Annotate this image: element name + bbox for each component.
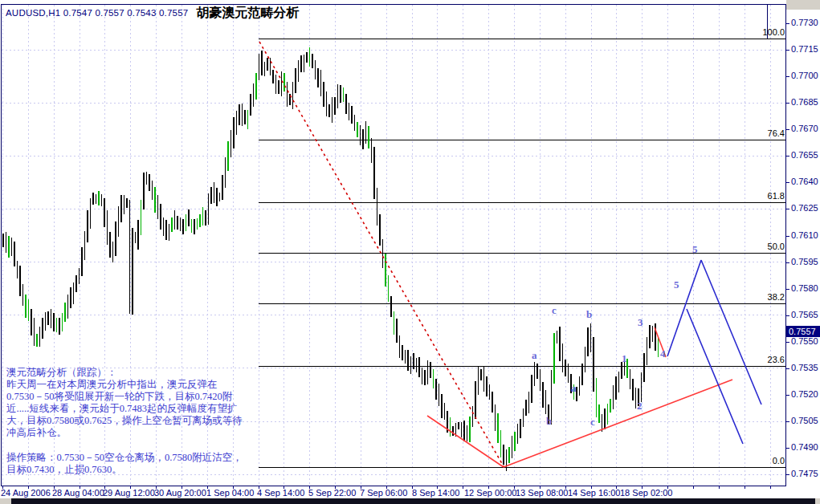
projection-down-blue-2 [701,260,761,404]
axis-corner-spacer [786,0,820,10]
price-axis-label: 0.7610 [791,230,818,240]
uptrend-red [504,380,732,467]
time-axis-label: 30 Aug 20:00 [154,488,206,498]
price-axis-label: 0.7655 [791,150,818,160]
time-axis-label: 8 Sep 14:00 [412,488,459,498]
price-axis-label: 0.7505 [791,416,818,425]
time-axis-label: 5 Sep 22:00 [308,488,356,498]
fib-level-label: 76.4 [0,128,785,138]
fib-level-label: 0.0 [0,456,785,465]
time-axis-label: 28 Aug 04:00 [52,488,104,498]
fib-level-label: 61.8 [0,191,785,201]
wave-label-c: c [590,416,595,429]
wave-label-5: 5 [692,243,698,256]
price-axis-label: 0.7565 [791,310,818,319]
price-axis-label: 0.7535 [791,363,818,372]
projection-down-blue-1 [687,309,743,444]
time-axis-label: 7 Sep 06:00 [360,488,407,498]
price-axis-label: 0.7670 [791,124,818,133]
wave-label-a: a [532,349,537,362]
price-axis-label: 0.7640 [791,177,818,186]
wave-label-3: 3 [638,316,643,329]
price-axis-label: 0.7625 [791,203,818,213]
chart-title: 胡豪澳元范畴分析 [196,5,299,22]
current-price-badge: 0.7557 [786,326,820,337]
wave-label-a: a [571,382,577,395]
time-axis-label: 24 Aug 2006 [1,488,51,498]
price-axis-label: 0.7520 [791,389,818,399]
time-axis-label: 14 Sep 16:00 [568,488,620,498]
time-axis-label: 13 Sep 08:00 [516,488,568,498]
price-axis-label: 0.7595 [791,257,818,266]
horizontal-scrollbar-thumb[interactable] [11,498,815,504]
symbol-ohlc-readout: AUDUSD,H1 0.7547 0.7557 0.7543 0.7557 [6,5,188,18]
price-axis-label: 0.7580 [791,283,818,293]
time-axis-label: 12 Sep 00:00 [464,488,516,498]
time-axis-label: 4 Sep 14:00 [257,488,304,498]
wave-label-4: 4 [660,348,666,360]
price-axis-label: 0.7550 [791,336,818,346]
price-axis-label: 0.7715 [791,44,818,54]
price-axis-label: 0.7475 [791,469,818,478]
fib-level-label: 100.0 [0,27,785,37]
fib-level-label: 50.0 [0,242,785,251]
chart-window: AUDUSD,H1 0.7547 0.7557 0.7543 0.7557 胡豪… [0,0,820,504]
price-axis-label: 0.7685 [791,97,818,107]
wave-label-1: 1 [622,352,627,365]
fib-level-label: 38.2 [0,292,785,302]
chart-header: AUDUSD,H1 0.7547 0.7557 0.7543 0.7557 胡豪… [6,5,299,22]
time-axis-label: 18 Sep 02:00 [620,488,672,498]
wave-label-c: c [552,304,557,317]
wave-label-b: b [546,415,552,428]
wave-label-b: b [586,308,592,321]
wave-label-2: 2 [637,400,643,413]
projection-up-blue [667,260,701,356]
time-axis-label: 29 Aug 12:00 [103,488,155,498]
fib-level-label: 23.6 [0,355,785,364]
time-axis-label: 1 Sep 04:00 [206,488,254,498]
analysis-note-tracking: 澳元范畴分析（跟踪）： 昨天周一在对本周澳元分析中指出，澳元反弹在 0.7530… [6,367,243,439]
downtrend-dashed [259,42,504,466]
wave-label-5: 5 [674,278,679,291]
price-axis-label: 0.7490 [791,442,818,452]
price-axis-label: 0.7700 [791,71,818,80]
price-axis-label: 0.7730 [791,18,818,27]
